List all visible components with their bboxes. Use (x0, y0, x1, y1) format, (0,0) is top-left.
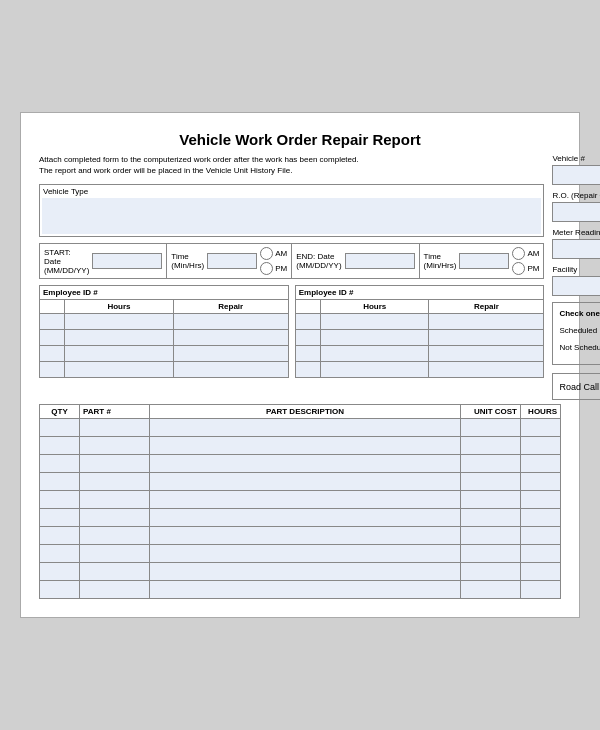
ro-label: R.O. (Repair Order) # (552, 191, 600, 200)
start-ampm: AM PM (260, 247, 287, 275)
parts-row-4 (40, 473, 561, 491)
parts-row-2 (40, 437, 561, 455)
road-call-label: Road Call (559, 382, 599, 392)
start-time-input[interactable] (207, 253, 257, 269)
parts-row-10 (40, 581, 561, 599)
end-date-cell: END: Date (MM/DD/YY) (292, 244, 419, 278)
start-date-input[interactable] (92, 253, 162, 269)
ro-input[interactable] (552, 202, 600, 222)
parts-row-3 (40, 455, 561, 473)
scheduled-row: Scheduled (559, 324, 600, 337)
employee-table-right: Employee ID # Hours Repair (295, 285, 545, 378)
start-pm-label[interactable]: PM (260, 262, 287, 275)
not-scheduled-row: Not Scheduled (559, 341, 600, 354)
end-pm-label[interactable]: PM (512, 262, 539, 275)
emp-hours-col-left: Hours (65, 300, 174, 314)
check-only-section: Check one only Scheduled Not Scheduled (552, 302, 600, 365)
end-am-label[interactable]: AM (512, 247, 539, 260)
vehicle-number-field: Vehicle # (552, 154, 600, 185)
end-date-input[interactable] (345, 253, 415, 269)
parts-row-7 (40, 527, 561, 545)
desc-header: PART DESCRIPTION (150, 405, 461, 419)
start-am-radio[interactable] (260, 247, 273, 260)
ro-field: R.O. (Repair Order) # (552, 191, 600, 222)
left-column: Attach completed form to the computerize… (39, 154, 544, 400)
emp-row-right-3 (295, 346, 544, 362)
end-ampm: AM PM (512, 247, 539, 275)
end-time-cell: Time (Min/Hrs) AM PM (420, 244, 544, 278)
instructions: Attach completed form to the computerize… (39, 154, 544, 176)
parts-row-9 (40, 563, 561, 581)
start-am-label[interactable]: AM (260, 247, 287, 260)
parts-section: QTY PART # PART DESCRIPTION UNIT COST HO… (39, 404, 561, 599)
end-date-label: END: Date (MM/DD/YY) (296, 252, 341, 270)
end-time-label: Time (Min/Hrs) (424, 252, 457, 270)
parts-row-8 (40, 545, 561, 563)
qty-header: QTY (40, 405, 80, 419)
parts-table: QTY PART # PART DESCRIPTION UNIT COST HO… (39, 404, 561, 599)
road-call-section: Road Call (552, 373, 600, 400)
emp-repair-col-left: Repair (173, 300, 288, 314)
scheduled-label: Scheduled (559, 326, 597, 335)
check-only-title: Check one only (559, 309, 600, 318)
emp-repair-col-right: Repair (429, 300, 544, 314)
parts-row-5 (40, 491, 561, 509)
date-row: START: Date (MM/DD/YY) Time (Min/Hrs) AM… (39, 243, 544, 279)
start-date-label: START: Date (MM/DD/YY) (44, 248, 89, 275)
meter-input[interactable] (552, 239, 600, 259)
emp-row-right-1 (295, 314, 544, 330)
emp-row-right-4 (295, 362, 544, 378)
end-am-radio[interactable] (512, 247, 525, 260)
vehicle-type-field: Vehicle Type (39, 184, 544, 237)
facility-field: Facility (552, 265, 600, 296)
parts-row-6 (40, 509, 561, 527)
start-time-cell: Time (Min/Hrs) AM PM (167, 244, 292, 278)
vehicle-number-label: Vehicle # (552, 154, 600, 163)
emp-id-header-right: Employee ID # (295, 286, 544, 300)
start-pm-radio[interactable] (260, 262, 273, 275)
meter-label: Meter Reading (552, 228, 600, 237)
start-date-cell: START: Date (MM/DD/YY) (40, 244, 167, 278)
end-pm-radio[interactable] (512, 262, 525, 275)
emp-id-col-left (40, 300, 65, 314)
vehicle-type-label: Vehicle Type (40, 185, 543, 196)
right-column: Vehicle # R.O. (Repair Order) # Meter Re… (552, 154, 600, 400)
employee-table-left: Employee ID # Hours Repair (39, 285, 289, 378)
not-scheduled-label: Not Scheduled (559, 343, 600, 352)
start-time-label: Time (Min/Hrs) (171, 252, 204, 270)
emp-row-left-1 (40, 314, 289, 330)
form-page: Vehicle Work Order Repair Report Attach … (20, 112, 580, 618)
hours-header: HOURS (521, 405, 561, 419)
meter-field: Meter Reading (552, 228, 600, 259)
part-header: PART # (80, 405, 150, 419)
facility-label: Facility (552, 265, 600, 274)
emp-row-left-2 (40, 330, 289, 346)
emp-hours-col-right: Hours (320, 300, 429, 314)
vehicle-type-input[interactable] (42, 198, 541, 234)
unit-header: UNIT COST (461, 405, 521, 419)
facility-input[interactable] (552, 276, 600, 296)
vehicle-number-input[interactable] (552, 165, 600, 185)
parts-row-1 (40, 419, 561, 437)
page-title: Vehicle Work Order Repair Report (39, 131, 561, 148)
emp-row-left-3 (40, 346, 289, 362)
end-time-input[interactable] (459, 253, 509, 269)
emp-id-col-right (295, 300, 320, 314)
employee-section: Employee ID # Hours Repair (39, 285, 544, 378)
emp-id-header-left: Employee ID # (40, 286, 289, 300)
emp-row-left-4 (40, 362, 289, 378)
emp-row-right-2 (295, 330, 544, 346)
